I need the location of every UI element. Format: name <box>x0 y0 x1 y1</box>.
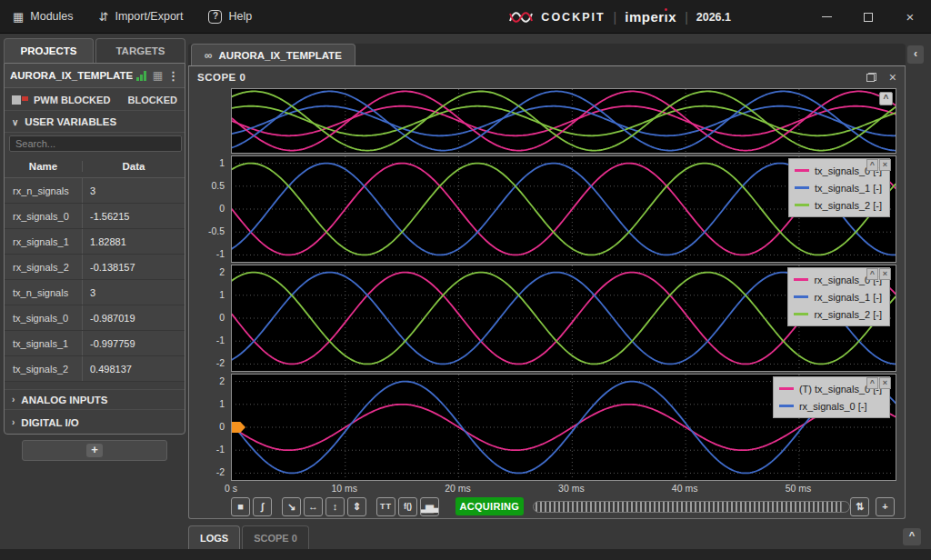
menu-help[interactable]: ? Help <box>195 0 265 33</box>
y-tick-label: -0.5 <box>192 225 225 236</box>
scope-toolbar: ■∫↘↔↕⇕TTf()▂▅▃ ACQUIRING ⇅+ <box>231 496 897 516</box>
legend-label: rx_signals_1 [-] <box>814 292 882 303</box>
section-analog-inputs[interactable]: › ANALOG INPUTS <box>5 389 185 410</box>
waveform-rx_signals_2 <box>232 91 896 150</box>
variable-row[interactable]: tx_signals_0-0.987019 <box>5 305 185 331</box>
y-axis-gutter: 210-1-2 <box>189 374 231 481</box>
legend-entry[interactable]: rx_signals_0 [-] <box>779 397 882 415</box>
chip-icon: ▦ <box>13 10 24 24</box>
variable-row[interactable]: tx_n_signals3 <box>5 280 185 305</box>
trigger-edge-button[interactable]: ∫ <box>253 497 272 516</box>
tab-targets[interactable]: TARGETS <box>95 38 185 63</box>
variable-row[interactable]: rx_n_signals3 <box>5 178 185 204</box>
cockpit-logo-icon <box>509 10 533 25</box>
tab-logs[interactable]: LOGS <box>188 525 240 549</box>
x-tick-label: 10 ms <box>331 483 357 494</box>
y-tick-label: -1 <box>192 335 225 345</box>
y-tick-label: 0.5 <box>192 180 225 191</box>
tab-projects[interactable]: PROJECTS <box>4 38 94 63</box>
plot-collapse-button[interactable]: ^ <box>866 159 878 171</box>
plot-overview[interactable]: ^ <box>231 88 896 154</box>
variable-row[interactable]: rx_signals_0-1.56215 <box>5 204 185 229</box>
plot-canvas-overview <box>232 89 896 153</box>
y-tick-label: -2 <box>192 466 225 477</box>
title-bar: ▦ Modules ⇵ Import/Export ? Help COCKPIT… <box>0 0 931 34</box>
y-tick-label: 1 <box>192 398 225 409</box>
stop-button[interactable]: ■ <box>231 497 250 516</box>
maximize-button[interactable] <box>847 0 889 34</box>
add-project-button[interactable]: + <box>22 440 167 461</box>
add-plot-button[interactable]: + <box>876 497 895 516</box>
variable-row[interactable]: rx_signals_11.82881 <box>5 229 185 255</box>
tab-targets-label: TARGETS <box>115 45 165 56</box>
plot-rx-signals[interactable]: rx_signals_0 [-]rx_signals_1 [-]rx_signa… <box>231 265 896 372</box>
expand-bottom-panel-button[interactable]: ^ <box>903 528 921 545</box>
collapse-side-panel-button[interactable]: ‹ <box>907 45 924 64</box>
y-tick-label: -1 <box>192 444 225 455</box>
plot-tx-signals[interactable]: tx_signals_0 [-]tx_signals_1 [-]tx_signa… <box>231 155 896 263</box>
chevron-right-icon: › <box>12 395 15 405</box>
legend-buttons: ^× <box>866 159 891 171</box>
legend-entry[interactable]: rx_signals_2 [-] <box>794 305 882 323</box>
restore-window-icon[interactable] <box>866 73 876 82</box>
x-tick-label: 20 ms <box>445 483 471 494</box>
math-function-button[interactable]: f() <box>398 497 417 516</box>
plot-close-button[interactable]: × <box>879 159 891 171</box>
chevron-down-icon: ∨ <box>12 117 18 127</box>
section-digital-io[interactable]: › DIGITAL I/O <box>5 412 185 433</box>
cursors-button[interactable]: TT <box>376 497 395 516</box>
sidebar-tabstrip: PROJECTS TARGETS <box>4 38 185 63</box>
close-button[interactable]: × <box>889 0 931 34</box>
plot-collapse-button[interactable]: ^ <box>879 92 893 105</box>
row-resize-button[interactable]: ⇅ <box>850 497 869 516</box>
legend-label: rx_signals_2 [-] <box>814 309 882 320</box>
variable-name: tx_n_signals <box>5 280 83 305</box>
fit-vertical-button[interactable]: ↕ <box>325 497 345 516</box>
acquisition-buffer-bar[interactable] <box>533 501 850 513</box>
autoscale-button[interactable]: ↘ <box>282 497 301 516</box>
variable-name: tx_signals_1 <box>5 331 83 355</box>
section-user-variables[interactable]: ∨ USER VARIABLES <box>5 112 185 133</box>
plot-collapse-button[interactable]: ^ <box>866 268 878 280</box>
plot-close-button[interactable]: × <box>879 268 891 280</box>
variable-value: -0.987019 <box>83 313 185 324</box>
tab-aurora-ix-template[interactable]: ∞ AURORA_IX_TEMPLATE <box>191 44 355 65</box>
app-version: 2026.1 <box>696 11 731 24</box>
menu-modules[interactable]: ▦ Modules <box>0 0 86 33</box>
project-panel-header: AURORA_IX_TEMPLATE ▦ ⋮ <box>5 64 185 88</box>
variable-row[interactable]: tx_signals_20.498137 <box>5 356 185 382</box>
legend-label: tx_signals_1 [-] <box>815 183 882 194</box>
app-window: ▦ Modules ⇵ Import/Export ? Help COCKPIT… <box>0 0 931 560</box>
product-name: COCKPIT <box>541 11 605 24</box>
y-axis-gutter <box>189 88 231 154</box>
project-menu-button[interactable]: ⋮ <box>167 69 179 83</box>
legend-entry[interactable]: tx_signals_1 [-] <box>795 179 882 196</box>
legend-swatch <box>794 313 808 315</box>
legend-swatch <box>794 295 808 298</box>
fit-horizontal-button[interactable]: ↔ <box>304 497 323 516</box>
variable-row[interactable]: tx_signals_1-0.997759 <box>5 331 185 356</box>
plot-trigger-view[interactable]: (T) tx_signals_0 [-]rx_signals_0 [-]^× <box>231 374 896 481</box>
section-digital-io-label: DIGITAL I/O <box>21 417 78 428</box>
legend-entry[interactable]: tx_signals_2 [-] <box>795 196 882 214</box>
legend-entry[interactable]: rx_signals_1 [-] <box>794 288 882 305</box>
scope-close-icon[interactable]: × <box>889 71 896 84</box>
minimize-button[interactable] <box>806 0 847 34</box>
plot-close-button[interactable]: × <box>879 377 891 389</box>
y-tick-label: 1 <box>192 289 225 300</box>
variable-row[interactable]: rx_signals_2-0.138157 <box>5 255 185 280</box>
fft-button[interactable]: ▂▅▃ <box>420 497 439 516</box>
tab-projects-label: PROJECTS <box>21 45 77 56</box>
y-axis-gutter: 10.50-0.5-1 <box>189 155 231 263</box>
variable-value: 0.498137 <box>83 364 185 375</box>
plot-collapse-button[interactable]: ^ <box>866 377 878 389</box>
pwm-status-row: PWM BLOCKED BLOCKED <box>5 89 185 111</box>
stack-axes-button[interactable]: ⇕ <box>347 497 366 516</box>
search-input[interactable] <box>9 135 182 152</box>
plot-row-overview: ^ <box>189 88 897 154</box>
acquiring-status-button[interactable]: ACQUIRING <box>455 497 524 515</box>
menu-import-export[interactable]: ⇵ Import/Export <box>86 0 196 33</box>
variable-value: 3 <box>83 185 185 196</box>
tab-scope-0[interactable]: SCOPE 0 <box>242 525 309 549</box>
legend-buttons: ^× <box>866 268 891 280</box>
